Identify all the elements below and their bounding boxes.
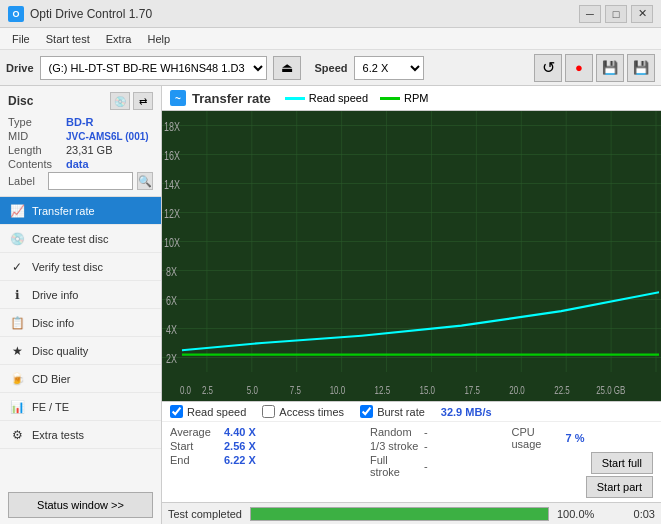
checkbox-read-speed[interactable]: Read speed bbox=[170, 405, 246, 418]
menu-help[interactable]: Help bbox=[139, 31, 178, 47]
save-button-2[interactable]: 💾 bbox=[627, 54, 655, 82]
nav-item-verify-test-disc[interactable]: ✓ Verify test disc bbox=[0, 253, 161, 281]
svg-text:22.5: 22.5 bbox=[554, 383, 570, 396]
app-icon: O bbox=[8, 6, 24, 22]
fe-te-icon: 📊 bbox=[8, 398, 26, 416]
average-row: Average 4.40 X bbox=[170, 426, 370, 438]
minimize-button[interactable]: ─ bbox=[579, 5, 601, 23]
checkboxes-row: Read speed Access times Burst rate 32.9 … bbox=[162, 402, 661, 422]
legend-read-speed-label: Read speed bbox=[309, 92, 368, 104]
chart-legend: Read speed RPM bbox=[285, 92, 429, 104]
status-window-button[interactable]: Status window >> bbox=[8, 492, 153, 518]
disc-header: Disc 💿 ⇄ bbox=[8, 92, 153, 110]
disc-label-btn[interactable]: 🔍 bbox=[137, 172, 153, 190]
start-full-row: Start full bbox=[512, 452, 654, 474]
chart-title-text: Transfer rate bbox=[192, 91, 271, 106]
progress-bar-container: Test completed 100.0% 0:03 bbox=[162, 502, 661, 524]
svg-text:0.0: 0.0 bbox=[180, 383, 191, 396]
nav-list: 📈 Transfer rate 💿 Create test disc ✓ Ver… bbox=[0, 197, 161, 486]
start-full-button[interactable]: Start full bbox=[591, 452, 653, 474]
disc-type-label: Type bbox=[8, 116, 66, 128]
nav-item-disc-info[interactable]: 📋 Disc info bbox=[0, 309, 161, 337]
end-row: End 6.22 X bbox=[170, 454, 370, 466]
svg-text:20.0: 20.0 bbox=[509, 383, 525, 396]
title-bar-left: O Opti Drive Control 1.70 bbox=[8, 6, 152, 22]
access-times-checkbox[interactable] bbox=[262, 405, 275, 418]
menu-extra[interactable]: Extra bbox=[98, 31, 140, 47]
progress-time: 0:03 bbox=[615, 508, 655, 520]
menu-start-test[interactable]: Start test bbox=[38, 31, 98, 47]
legend-read-speed-color bbox=[285, 97, 305, 100]
disc-icon-1[interactable]: 💿 bbox=[110, 92, 130, 110]
nav-item-disc-quality[interactable]: ★ Disc quality bbox=[0, 337, 161, 365]
disc-icon-2[interactable]: ⇄ bbox=[133, 92, 153, 110]
drive-select[interactable]: (G:) HL-DT-ST BD-RE WH16NS48 1.D3 bbox=[40, 56, 267, 80]
svg-text:2X: 2X bbox=[166, 352, 177, 366]
nav-item-transfer-rate[interactable]: 📈 Transfer rate bbox=[0, 197, 161, 225]
burst-rate-value: 32.9 MB/s bbox=[441, 406, 492, 418]
nav-label-disc-quality: Disc quality bbox=[32, 345, 88, 357]
toolbar-icons: ↺ ● 💾 💾 bbox=[534, 54, 655, 82]
legend-rpm-label: RPM bbox=[404, 92, 428, 104]
nav-item-cd-bier[interactable]: 🍺 CD Bier bbox=[0, 365, 161, 393]
nav-item-drive-info[interactable]: ℹ Drive info bbox=[0, 281, 161, 309]
nav-item-create-test-disc[interactable]: 💿 Create test disc bbox=[0, 225, 161, 253]
nav-item-fe-te[interactable]: 📊 FE / TE bbox=[0, 393, 161, 421]
eject-button[interactable]: ⏏ bbox=[273, 56, 301, 80]
start-part-button[interactable]: Start part bbox=[586, 476, 653, 498]
maximize-button[interactable]: □ bbox=[605, 5, 627, 23]
stroke-1-3-row: 1/3 stroke - bbox=[370, 440, 512, 452]
cpu-row: CPU usage 7 % bbox=[512, 426, 654, 450]
stats-grid: Average 4.40 X Start 2.56 X End 6.22 X bbox=[162, 422, 661, 502]
disc-label-row: Label 🔍 bbox=[8, 172, 153, 190]
svg-text:5.0: 5.0 bbox=[247, 383, 258, 396]
verify-test-disc-icon: ✓ bbox=[8, 258, 26, 276]
disc-type-field: Type BD-R bbox=[8, 116, 153, 128]
drive-bar: Drive (G:) HL-DT-ST BD-RE WH16NS48 1.D3 … bbox=[0, 50, 661, 86]
disc-contents-field: Contents data bbox=[8, 158, 153, 170]
checkbox-burst-rate[interactable]: Burst rate bbox=[360, 405, 425, 418]
svg-text:10.0: 10.0 bbox=[330, 383, 346, 396]
stats-left: Average 4.40 X Start 2.56 X End 6.22 X bbox=[170, 426, 370, 500]
nav-item-extra-tests[interactable]: ⚙ Extra tests bbox=[0, 421, 161, 449]
disc-contents-value: data bbox=[66, 158, 89, 170]
speed-select[interactable]: 6.2 X Max 4.0 X 2.0 X bbox=[354, 56, 424, 80]
svg-text:4X: 4X bbox=[166, 323, 177, 337]
close-button[interactable]: ✕ bbox=[631, 5, 653, 23]
record-button[interactable]: ● bbox=[565, 54, 593, 82]
svg-text:10X: 10X bbox=[164, 236, 180, 250]
svg-text:12X: 12X bbox=[164, 207, 180, 221]
svg-text:15.0: 15.0 bbox=[419, 383, 435, 396]
title-bar: O Opti Drive Control 1.70 ─ □ ✕ bbox=[0, 0, 661, 28]
full-stroke-row: Full stroke - bbox=[370, 454, 512, 478]
start-part-row: Start part bbox=[512, 476, 654, 498]
nav-label-cd-bier: CD Bier bbox=[32, 373, 71, 385]
svg-text:25.0 GB: 25.0 GB bbox=[596, 383, 626, 396]
disc-mid-field: MID JVC-AMS6L (001) bbox=[8, 130, 153, 142]
drive-label: Drive bbox=[6, 62, 34, 74]
svg-text:6X: 6X bbox=[166, 294, 177, 308]
disc-length-label: Length bbox=[8, 144, 66, 156]
svg-text:8X: 8X bbox=[166, 265, 177, 279]
title-bar-controls: ─ □ ✕ bbox=[579, 5, 653, 23]
disc-label-input[interactable] bbox=[48, 172, 133, 190]
save-button-1[interactable]: 💾 bbox=[596, 54, 624, 82]
svg-text:12.5: 12.5 bbox=[375, 383, 391, 396]
chart-content: ~ Transfer rate Read speed RPM bbox=[162, 86, 661, 524]
stats-middle: Random - 1/3 stroke - Full stroke - bbox=[370, 426, 512, 500]
read-speed-checkbox[interactable] bbox=[170, 405, 183, 418]
cd-bier-icon: 🍺 bbox=[8, 370, 26, 388]
drive-info-icon: ℹ bbox=[8, 286, 26, 304]
chart-area: 18X 16X 14X 12X 10X 8X 6X 4X 2X 0.0 2.5 … bbox=[162, 111, 661, 401]
start-row: Start 2.56 X bbox=[170, 440, 370, 452]
checkbox-access-times[interactable]: Access times bbox=[262, 405, 344, 418]
burst-rate-checkbox[interactable] bbox=[360, 405, 373, 418]
progress-percent: 100.0% bbox=[557, 508, 607, 520]
disc-type-value: BD-R bbox=[66, 116, 94, 128]
extra-tests-icon: ⚙ bbox=[8, 426, 26, 444]
refresh-button[interactable]: ↺ bbox=[534, 54, 562, 82]
full-stroke-value: - bbox=[424, 460, 428, 472]
menu-file[interactable]: File bbox=[4, 31, 38, 47]
random-value: - bbox=[424, 426, 428, 438]
nav-label-transfer-rate: Transfer rate bbox=[32, 205, 95, 217]
